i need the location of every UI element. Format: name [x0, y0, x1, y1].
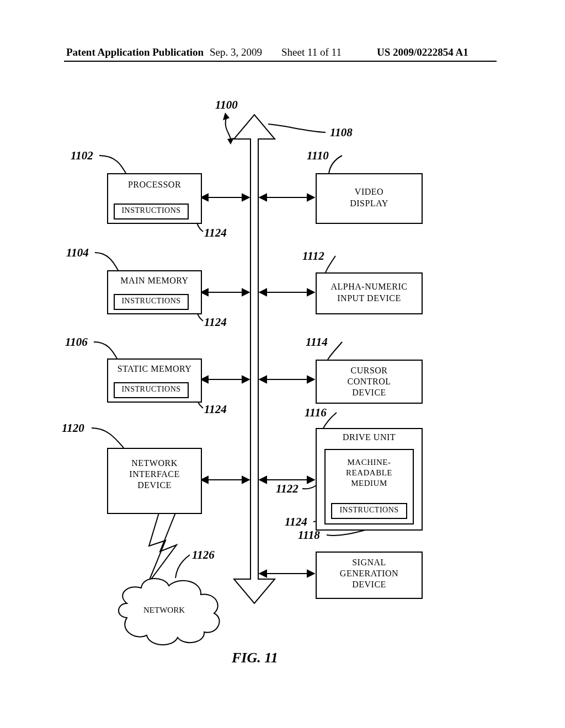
ref-1116: 1116 — [305, 406, 327, 420]
block-processor: PROCESSOR INSTRUCTIONS — [107, 173, 202, 224]
cursor-label: CURSOR CONTROL DEVICE — [317, 361, 422, 398]
ref-1112: 1112 — [302, 249, 324, 263]
medium-instructions: INSTRUCTIONS — [331, 503, 407, 519]
block-machine-readable-medium: MACHINE- READABLE MEDIUM INSTRUCTIONS — [324, 449, 414, 524]
ref-1124-a: 1124 — [204, 226, 227, 240]
medium-label: MACHINE- READABLE MEDIUM — [326, 452, 413, 488]
ref-1126: 1126 — [192, 548, 215, 562]
staticmem-label: STATIC MEMORY — [108, 360, 201, 374]
alnum-label: ALPHA-NUMERIC INPUT DEVICE — [317, 274, 422, 304]
ref-1102: 1102 — [71, 149, 93, 163]
block-network-interface: NETWORK INTERFACE DEVICE — [107, 448, 202, 514]
ref-1122: 1122 — [276, 482, 299, 496]
block-main-memory: MAIN MEMORY INSTRUCTIONS — [107, 270, 202, 314]
page: Patent Application Publication Sep. 3, 2… — [0, 0, 565, 728]
block-static-memory: STATIC MEMORY INSTRUCTIONS — [107, 358, 202, 403]
lightning-icon — [148, 513, 177, 584]
ref-1124-c: 1124 — [204, 403, 227, 416]
ref-1104: 1104 — [66, 246, 89, 260]
netif-label: NETWORK INTERFACE DEVICE — [108, 449, 201, 491]
ref-1120: 1120 — [62, 421, 84, 435]
mainmem-label: MAIN MEMORY — [108, 271, 201, 286]
staticmem-instructions: INSTRUCTIONS — [114, 382, 189, 398]
ref-1100: 1100 — [215, 98, 238, 112]
processor-label: PROCESSOR — [108, 174, 201, 190]
ref-1106: 1106 — [65, 335, 88, 349]
video-label: VIDEO DISPLAY — [317, 174, 422, 210]
bus-arrow — [234, 115, 275, 603]
block-cursor-control: CURSOR CONTROL DEVICE — [316, 360, 423, 404]
block-alpha-numeric-input: ALPHA-NUMERIC INPUT DEVICE — [316, 272, 423, 314]
signal-label: SIGNAL GENERATION DEVICE — [317, 553, 422, 590]
ref-1124-b: 1124 — [204, 315, 227, 329]
ref-1110: 1110 — [307, 149, 329, 163]
block-video-display: VIDEO DISPLAY — [316, 173, 423, 224]
figure-caption: FIG. 11 — [232, 650, 278, 666]
network-label: NETWORK — [143, 606, 185, 615]
block-drive-unit: DRIVE UNIT MACHINE- READABLE MEDIUM INST… — [316, 428, 423, 531]
ref-1124-d: 1124 — [285, 515, 307, 529]
drive-label: DRIVE UNIT — [317, 429, 422, 442]
diagram-svg — [0, 0, 565, 728]
block-signal-generation: SIGNAL GENERATION DEVICE — [316, 552, 423, 599]
ref-1108: 1108 — [330, 126, 353, 140]
processor-instructions: INSTRUCTIONS — [114, 204, 189, 220]
ref-1100-arrow — [223, 113, 234, 144]
mainmem-instructions: INSTRUCTIONS — [114, 294, 189, 310]
ref-1114: 1114 — [306, 335, 328, 349]
